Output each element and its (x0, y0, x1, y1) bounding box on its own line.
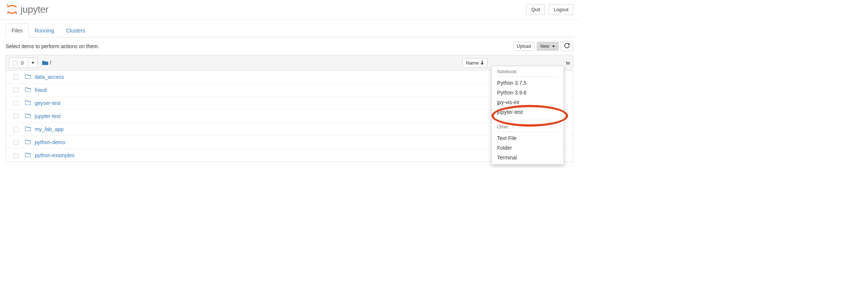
menu-header-other: Other: (492, 123, 564, 131)
file-row: jupyter-test (6, 110, 573, 123)
tab-files[interactable]: Files (6, 24, 29, 37)
menu-item-jpy-vis-int[interactable]: jpy-vis-int (492, 97, 564, 107)
menu-divider (497, 132, 558, 132)
file-row-left: python-demo (9, 139, 65, 145)
row-checkbox[interactable] (13, 153, 18, 158)
folder-home-icon (42, 60, 48, 66)
quit-button[interactable]: Quit (526, 4, 545, 15)
folder-icon (25, 87, 31, 93)
new-button[interactable]: New (537, 42, 559, 51)
file-list: 0 / Name te Notebook: Python 3.7.5 (6, 55, 573, 162)
sort-name-button[interactable]: Name (462, 58, 487, 68)
refresh-icon (564, 43, 570, 48)
file-row: geyser-test (6, 97, 573, 110)
file-list-header: 0 / Name te Notebook: Python 3.7.5 (6, 55, 573, 71)
file-rows: data_accessfraudgeyser-testjupyter-testm… (6, 71, 573, 162)
file-row-left: my_fab_app (9, 126, 63, 132)
tabs: Files Running Clusters (6, 24, 573, 37)
last-modified-partial: te (566, 60, 570, 66)
select-dropdown[interactable] (28, 58, 38, 68)
select-all-checkbox[interactable] (12, 60, 17, 65)
file-link[interactable]: my_fab_app (35, 126, 63, 132)
folder-icon (25, 152, 31, 158)
folder-icon (25, 113, 31, 119)
row-checkbox[interactable] (13, 88, 18, 93)
file-link[interactable]: data_access (35, 74, 64, 80)
file-row: my_fab_app (6, 123, 573, 136)
toolbar-right: Upload New (513, 41, 573, 51)
menu-divider (497, 77, 558, 77)
chevron-down-icon (31, 62, 34, 64)
jupyter-logo[interactable]: jupyter (6, 3, 49, 16)
file-row-left: geyser-test (9, 100, 61, 106)
arrow-down-icon (480, 60, 484, 65)
header-buttons: Quit Logout (526, 4, 573, 15)
svg-point-2 (7, 13, 9, 15)
svg-point-0 (7, 4, 8, 5)
file-row-left: data_access (9, 74, 64, 80)
row-checkbox[interactable] (13, 140, 18, 145)
file-row: python-examplesa month ago (6, 149, 573, 162)
file-link[interactable]: geyser-test (35, 100, 61, 106)
sort-name-label: Name (466, 60, 479, 66)
file-row: fraud (6, 84, 573, 97)
file-row: data_access (6, 71, 573, 84)
menu-item-python375[interactable]: Python 3.7.5 (492, 78, 564, 88)
menu-header-notebook: Notebook: (492, 68, 564, 75)
menu-item-terminal[interactable]: Terminal (492, 153, 564, 162)
row-checkbox[interactable] (13, 114, 18, 119)
menu-item-python396[interactable]: Python 3.9.6 (492, 88, 564, 97)
new-button-label: New (540, 44, 549, 49)
file-area: 0 / Name te Notebook: Python 3.7.5 (0, 55, 579, 162)
file-row-left: jupyter-test (9, 113, 61, 119)
menu-item-folder[interactable]: Folder (492, 143, 564, 153)
tabs-container: Files Running Clusters (0, 20, 579, 37)
menu-divider (492, 120, 564, 120)
menu-item-text-file[interactable]: Text File (492, 133, 564, 143)
new-menu: Notebook: Python 3.7.5 Python 3.9.6 jpy-… (491, 66, 564, 165)
file-link[interactable]: fraud (35, 87, 47, 93)
folder-icon (25, 100, 31, 106)
file-link[interactable]: python-examples (35, 152, 75, 158)
file-row-left: python-examples (9, 152, 75, 158)
file-link[interactable]: python-demo (35, 139, 65, 145)
tab-running[interactable]: Running (29, 24, 60, 37)
header-bar: jupyter Quit Logout (0, 0, 579, 20)
jupyter-logo-icon (6, 3, 18, 16)
breadcrumb-separator: / (50, 60, 51, 66)
file-row-left: fraud (9, 87, 47, 93)
svg-point-1 (16, 13, 17, 14)
folder-icon (25, 126, 31, 132)
file-link[interactable]: jupyter-test (35, 113, 61, 119)
chevron-down-icon (552, 46, 555, 47)
row-checkbox[interactable] (13, 101, 18, 106)
select-all-box[interactable]: 0 (9, 58, 28, 68)
folder-icon (25, 74, 31, 80)
tab-clusters[interactable]: Clusters (60, 24, 91, 37)
selected-count: 0 (19, 60, 25, 66)
refresh-button[interactable] (561, 41, 573, 51)
logout-button[interactable]: Logout (549, 4, 573, 15)
folder-icon (25, 139, 31, 145)
action-hint: Select items to perform actions on them. (6, 43, 99, 49)
header-left: 0 / (9, 58, 51, 68)
upload-button[interactable]: Upload (513, 42, 535, 51)
toolbar: Select items to perform actions on them.… (0, 37, 579, 55)
breadcrumb[interactable]: / (42, 60, 51, 66)
menu-item-jupyter-test[interactable]: jupyter-test (492, 107, 564, 117)
file-row: python-demo (6, 136, 573, 149)
row-checkbox[interactable] (13, 75, 18, 80)
logo-text: jupyter (21, 4, 49, 15)
row-checkbox[interactable] (13, 127, 18, 132)
